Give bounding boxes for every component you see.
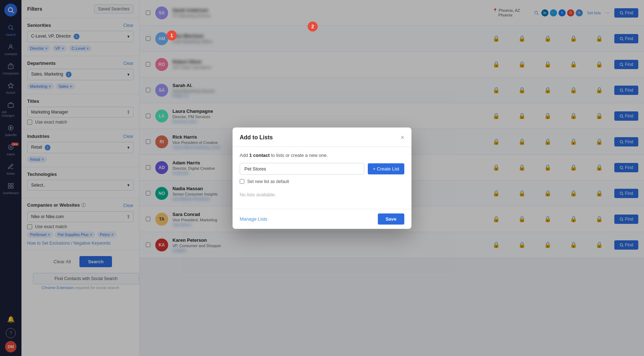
modal-subtitle: Add 1 contact to lists or create a new o… [240,153,404,158]
subtitle-prefix: Add [240,153,249,158]
step-badge-1: 1 [167,30,177,40]
list-search-input[interactable] [240,163,364,175]
save-button[interactable]: Save [378,213,404,225]
subtitle-bold: 1 contact [249,153,270,158]
set-default-label: Set new list as default [247,179,289,184]
modal-overlay[interactable]: Add to Lists × Add 1 contact to lists or… [0,0,644,356]
modal-body: Add 1 contact to lists or create a new o… [233,147,411,209]
manage-lists-link[interactable]: Manage Lists [240,216,267,222]
add-to-lists-modal: Add to Lists × Add 1 contact to lists or… [233,128,411,229]
modal-title: Add to Lists [240,134,273,141]
no-lists-message: No lists available. [240,188,404,203]
step-badge-2: 2 [308,21,318,32]
modal-footer: Manage Lists Save [233,209,411,229]
list-search-row: + Create List [240,163,404,175]
subtitle-suffix: to lists or create a new one. [270,153,328,158]
modal-close-button[interactable]: × [400,134,404,141]
set-default-row: Set new list as default [240,179,404,184]
set-default-checkbox[interactable] [240,179,244,184]
create-list-button[interactable]: + Create List [368,163,404,174]
modal-header: Add to Lists × [233,128,411,147]
